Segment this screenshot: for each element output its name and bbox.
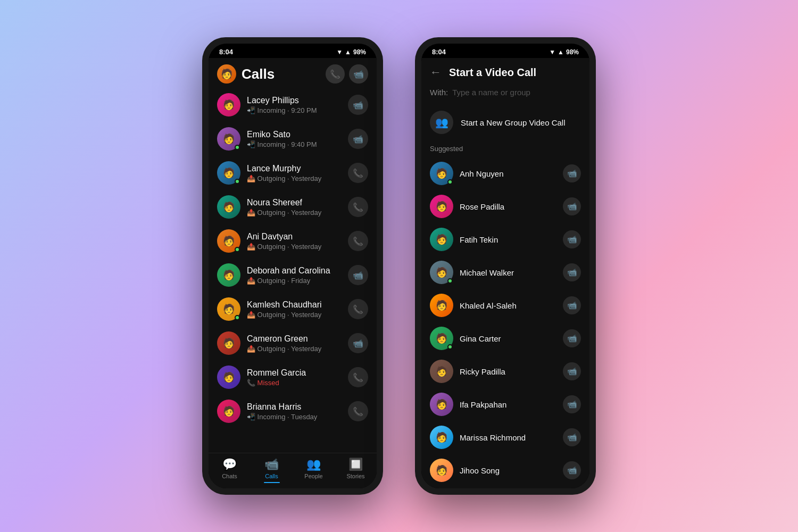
- call-detail: 📤 Outgoing · Yesterday: [247, 243, 342, 251]
- call-action-button[interactable]: 📞: [348, 163, 368, 183]
- avatar-wrap: 🧑: [217, 161, 240, 185]
- nav-icon-calls: 📹: [264, 458, 279, 471]
- call-action-button[interactable]: 📞: [348, 401, 368, 421]
- call-action-button[interactable]: 📹: [348, 265, 368, 285]
- call-item[interactable]: 🧑 Brianna Harris 📲 Incoming · Tuesday 📞: [209, 394, 377, 428]
- nav-label-calls: Calls: [265, 473, 278, 479]
- suggested-name: Ricky Padilla: [460, 367, 556, 376]
- call-item[interactable]: 🧑 Kamlesh Chaudhari 📤 Outgoing · Yesterd…: [209, 292, 377, 326]
- back-button[interactable]: ←: [430, 65, 442, 79]
- call-action-button[interactable]: 📹: [348, 95, 368, 115]
- avatar-wrap: 🧑: [217, 365, 240, 389]
- call-item[interactable]: 🧑 Rommel Garcia 📞 Missed 📞: [209, 360, 377, 394]
- phone-call-button[interactable]: 📞: [326, 64, 345, 84]
- status-icons-left: ▼ ▲ 98%: [336, 48, 366, 56]
- suggested-item[interactable]: 🧑 Michael Walker 📹: [421, 256, 589, 289]
- call-avatar: 🧑: [217, 263, 240, 287]
- video-call-btn[interactable]: 📹: [563, 197, 581, 215]
- battery-left: 98%: [353, 48, 366, 56]
- suggested-item[interactable]: 🧑 Fatih Tekin 📹: [421, 223, 589, 256]
- video-call-btn[interactable]: 📹: [563, 461, 581, 479]
- call-action-button[interactable]: 📞: [348, 197, 368, 217]
- video-call-btn[interactable]: 📹: [563, 296, 581, 314]
- avatar-wrap: 🧑: [217, 127, 240, 151]
- video-call-btn[interactable]: 📹: [563, 329, 581, 347]
- video-call-btn[interactable]: 📹: [563, 263, 581, 281]
- suggested-name: Anh Nguyen: [460, 169, 556, 178]
- online-dot: [235, 315, 240, 320]
- call-info: Kamlesh Chaudhari 📤 Outgoing · Yesterday: [247, 300, 342, 319]
- calls-header: 🧑 Calls 📞 📹: [209, 58, 377, 88]
- video-call-btn[interactable]: 📹: [563, 428, 581, 446]
- left-phone: 8:04 ▼ ▲ 98% 🧑 Calls 📞 📹: [202, 37, 383, 495]
- call-action-button[interactable]: 📹: [348, 333, 368, 353]
- call-item[interactable]: 🧑 Noura Shereef 📤 Outgoing · Yesterday 📞: [209, 190, 377, 224]
- calls-list: 🧑 Lacey Phillips 📲 Incoming · 9:20 PM 📹 …: [209, 88, 377, 453]
- call-action-button[interactable]: 📞: [348, 299, 368, 319]
- call-detail: 📲 Incoming · 9:20 PM: [247, 106, 342, 114]
- call-action-button[interactable]: 📞: [348, 231, 368, 251]
- suggested-avatar-wrap: 🧑: [430, 228, 453, 251]
- header-left: 🧑 Calls: [217, 64, 275, 84]
- call-info: Noura Shereef 📤 Outgoing · Yesterday: [247, 198, 342, 217]
- call-item[interactable]: 🧑 Ani Davtyan 📤 Outgoing · Yesterday 📞: [209, 224, 377, 258]
- avatar-face-9: 🧑: [217, 365, 240, 389]
- video-call-button[interactable]: 📹: [349, 64, 368, 84]
- suggested-face-7: 🧑: [430, 360, 453, 383]
- nav-item-stories[interactable]: 🔲 Stories: [335, 458, 377, 483]
- call-item[interactable]: 🧑 Emiko Sato 📲 Incoming · 9:40 PM 📹: [209, 122, 377, 156]
- suggested-item[interactable]: 🧑 Anh Nguyen 📹: [421, 157, 589, 190]
- video-call-btn[interactable]: 📹: [563, 395, 581, 413]
- video-call-btn[interactable]: 📹: [563, 362, 581, 380]
- suggested-avatar-wrap: 🧑: [430, 426, 453, 449]
- video-call-btn[interactable]: 📹: [563, 230, 581, 248]
- suggested-item[interactable]: 🧑 Khaled Al-Saleh 📹: [421, 289, 589, 322]
- nav-item-calls[interactable]: 📹 Calls: [251, 458, 293, 483]
- nav-item-people[interactable]: 👥 People: [293, 458, 335, 483]
- call-detail: 📤 Outgoing · Yesterday: [247, 311, 342, 319]
- call-item[interactable]: 🧑 Lance Murphy 📤 Outgoing · Yesterday 📞: [209, 156, 377, 190]
- wifi-icon-r: ▲: [558, 48, 564, 56]
- status-icons-right: ▼ ▲ 98%: [549, 48, 579, 56]
- suggested-item[interactable]: 🧑 Marissa Richmond 📹: [421, 421, 589, 454]
- avatar-face-1: 🧑: [217, 93, 240, 117]
- search-bar: With: Type a name or group: [421, 85, 589, 104]
- header-icons: 📞 📹: [326, 64, 368, 84]
- call-name: Ani Davtyan: [247, 232, 342, 242]
- call-item[interactable]: 🧑 Cameron Green 📤 Outgoing · Yesterday 📹: [209, 326, 377, 360]
- call-action-button[interactable]: 📹: [348, 129, 368, 149]
- video-call-btn[interactable]: 📹: [563, 164, 581, 182]
- suggested-name: Jihoo Song: [460, 466, 556, 475]
- suggested-list: 🧑 Anh Nguyen 📹 🧑 Rose Padilla 📹 🧑 Fatih …: [421, 157, 589, 488]
- profile-avatar[interactable]: 🧑: [217, 64, 236, 84]
- status-bar-left: 8:04 ▼ ▲ 98%: [209, 44, 377, 58]
- suggested-avatar: 🧑: [430, 195, 453, 218]
- call-action-button[interactable]: 📞: [348, 367, 368, 387]
- avatar-face-4: 🧑: [217, 195, 240, 219]
- suggested-item[interactable]: 🧑 Ifa Pakpahan 📹: [421, 388, 589, 421]
- avatar-wrap: 🧑: [217, 331, 240, 355]
- group-video-call-item[interactable]: 👥 Start a New Group Video Call: [421, 104, 589, 140]
- nav-underline: [264, 482, 280, 483]
- online-dot: [235, 145, 240, 150]
- nav-item-chats[interactable]: 💬 Chats: [209, 458, 251, 483]
- suggested-avatar: 🧑: [430, 294, 453, 317]
- call-detail: 📲 Incoming · 9:40 PM: [247, 140, 342, 148]
- call-info: Brianna Harris 📲 Incoming · Tuesday: [247, 402, 342, 421]
- suggested-item[interactable]: 🧑 Jihoo Song 📹: [421, 454, 589, 487]
- suggested-item[interactable]: 🧑 Gina Carter 📹: [421, 322, 589, 355]
- suggested-item[interactable]: 🧑 Ricky Padilla 📹: [421, 355, 589, 388]
- call-avatar: 🧑: [217, 331, 240, 355]
- suggested-avatar-wrap: 🧑: [430, 459, 453, 482]
- suggested-avatar-wrap: 🧑: [430, 294, 453, 317]
- suggested-avatar: 🧑: [430, 228, 453, 251]
- call-item[interactable]: 🧑 Lacey Phillips 📲 Incoming · 9:20 PM 📹: [209, 88, 377, 122]
- search-input-placeholder[interactable]: Type a name or group: [452, 88, 530, 97]
- call-name: Cameron Green: [247, 334, 342, 344]
- call-info: Ani Davtyan 📤 Outgoing · Yesterday: [247, 232, 342, 251]
- call-item[interactable]: 🧑 Deborah and Carolina 📤 Outgoing · Frid…: [209, 258, 377, 292]
- suggested-item[interactable]: 🧑 Rose Padilla 📹: [421, 190, 589, 223]
- call-info: Cameron Green 📤 Outgoing · Yesterday: [247, 334, 342, 353]
- suggested-avatar-wrap: 🧑: [430, 261, 453, 284]
- avatar-face-10: 🧑: [217, 400, 240, 423]
